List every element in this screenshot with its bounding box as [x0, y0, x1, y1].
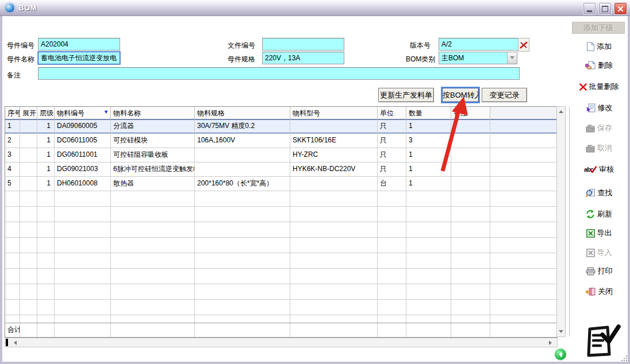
table-cell: 200*160*80（长*宽*高） — [195, 177, 290, 191]
bom-type-select[interactable]: 主BOM — [439, 52, 517, 64]
version-label: 版本号 — [410, 41, 431, 51]
table-row[interactable]: 31DG06011001可控硅阻容吸收板HY-ZRC只1 — [5, 148, 557, 162]
table-cell: 5 — [5, 177, 20, 191]
sidebar-item-modify[interactable]: 修改 — [570, 102, 628, 114]
column-header[interactable]: 物料型号 — [290, 107, 378, 119]
scroll-down-button[interactable] — [557, 328, 565, 336]
column-header[interactable]: 物料编号▼ — [55, 107, 111, 119]
column-header[interactable] — [490, 107, 557, 119]
status-indicator-icon[interactable] — [555, 348, 566, 360]
table-cell — [37, 238, 55, 253]
table-cell — [195, 300, 290, 315]
change-record-button[interactable]: 变更记录 — [482, 88, 527, 102]
table-cell — [55, 300, 111, 315]
table-cell: 2 — [5, 134, 20, 148]
table-row-empty — [5, 222, 557, 238]
parent-spec-input[interactable]: 220V，13A — [262, 52, 344, 64]
table-cell: HY-ZRC — [290, 148, 378, 162]
sidebar-item-audit[interactable]: abc审核 — [570, 163, 628, 176]
table-cell: 3 — [5, 148, 20, 162]
table-cell — [490, 269, 557, 284]
table-cell: 1 — [37, 148, 55, 162]
remark-label: 备注 — [7, 71, 21, 80]
table-row[interactable]: 41DG090210036脉冲可控硅恒流逆变触发板HYK6K-NB-DC220V… — [5, 162, 557, 177]
table-cell — [406, 269, 451, 284]
table-cell: 30A/75MV 精度0.2 — [195, 119, 290, 133]
table-cell: DC06011005 — [55, 134, 111, 148]
table-cell — [290, 284, 378, 299]
scroll-up-button[interactable] — [557, 107, 565, 115]
sort-desc-icon[interactable]: ▼ — [103, 109, 109, 115]
horizontal-scrollbar[interactable] — [5, 338, 558, 347]
parent-name-input[interactable]: 蓄电池电子恒流逆变放电 — [38, 52, 120, 64]
table-cell — [290, 222, 378, 237]
panel-divider — [569, 107, 570, 336]
table-cell — [490, 300, 557, 315]
table-row[interactable]: 11DA09060005分流器30A/75MV 精度0.2只1 — [5, 119, 557, 134]
table-cell — [20, 134, 37, 148]
table-cell — [378, 284, 406, 299]
vertical-scrollbar[interactable] — [556, 106, 566, 337]
version-input[interactable]: A/2 — [439, 38, 518, 51]
table-cell — [378, 207, 406, 222]
table-cell: 分流器 — [111, 119, 195, 133]
save-folder-icon — [586, 124, 595, 133]
column-header-label: 物料型号 — [293, 109, 320, 117]
parent-code-input[interactable]: A202004 — [38, 38, 120, 51]
audit-abc-icon: abc — [584, 166, 597, 173]
table-cell: 1 — [406, 177, 451, 191]
sidebar-item-export[interactable]: 导出 — [570, 227, 628, 239]
sidebar-item-print[interactable]: 打印 — [570, 265, 628, 277]
table-cell — [406, 300, 451, 315]
sidebar-item-delete[interactable]: 删除 — [570, 59, 628, 72]
sidebar-item-find[interactable]: 查找 — [570, 187, 628, 199]
column-header-label: 序号 — [7, 109, 20, 117]
chevron-down-button[interactable] — [507, 52, 517, 64]
column-header[interactable]: 单位 — [378, 107, 406, 119]
table-cell — [20, 222, 37, 237]
column-header[interactable]: 物料名称 — [111, 107, 195, 119]
column-header[interactable]: 物料规格 — [195, 107, 290, 119]
table-cell — [195, 207, 290, 222]
sidebar-item-add[interactable]: 添加 — [570, 40, 628, 53]
doc-code-input[interactable] — [262, 38, 344, 51]
table-cell: HYK6K-NB-DC220V — [290, 162, 378, 176]
table-cell: 1 — [37, 162, 55, 176]
scroll-right-icon[interactable] — [549, 340, 554, 345]
sidebar-item-close[interactable]: 关闭 — [570, 285, 628, 298]
table-cell — [490, 134, 557, 148]
table-cell — [37, 323, 55, 337]
resize-grip[interactable] — [620, 354, 627, 361]
column-header[interactable]: 序号 — [5, 107, 20, 119]
table-cell — [20, 253, 37, 268]
window-title: BOM — [18, 3, 37, 12]
sidebar-item-refresh[interactable]: 刷新 — [570, 208, 628, 220]
sidebar-item-batch-delete[interactable]: 批量删除 — [570, 80, 628, 93]
table-cell — [111, 269, 195, 284]
remark-input[interactable] — [38, 67, 520, 80]
column-header[interactable]: 层级 — [37, 107, 55, 119]
sidebar-item-cancel: 取消 — [570, 142, 628, 154]
table-cell — [111, 253, 195, 268]
table-cell — [20, 238, 37, 253]
title-bar[interactable]: BOM — [0, 0, 630, 16]
table-cell — [451, 323, 490, 337]
table-cell: DG06011001 — [55, 148, 111, 162]
table-cell: SKKT106/16E — [290, 134, 378, 148]
clear-version-button[interactable] — [518, 38, 529, 52]
column-header-label: 数量 — [409, 109, 422, 117]
scroll-left-icon[interactable] — [11, 340, 17, 345]
column-header-label: 物料编号 — [57, 109, 84, 117]
doc-code-label: 文件编号 — [228, 41, 255, 51]
table-cell — [55, 253, 111, 268]
column-header[interactable]: 展开 — [20, 107, 37, 119]
sidebar-item-label: 修改 — [598, 103, 613, 113]
table-cell — [20, 162, 37, 176]
table-cell — [195, 162, 290, 176]
table-cell — [37, 300, 55, 315]
table-cell — [5, 207, 20, 222]
sidebar-item-label: 查找 — [598, 188, 613, 198]
table-row[interactable]: 21DC06011005可控硅模块106A,1600VSKKT106/16E只3 — [5, 134, 557, 148]
sidebar-item-label: 审核 — [599, 164, 614, 175]
table-row[interactable]: 51DH06010008散热器200*160*80（长*宽*高）台1 — [5, 177, 557, 191]
